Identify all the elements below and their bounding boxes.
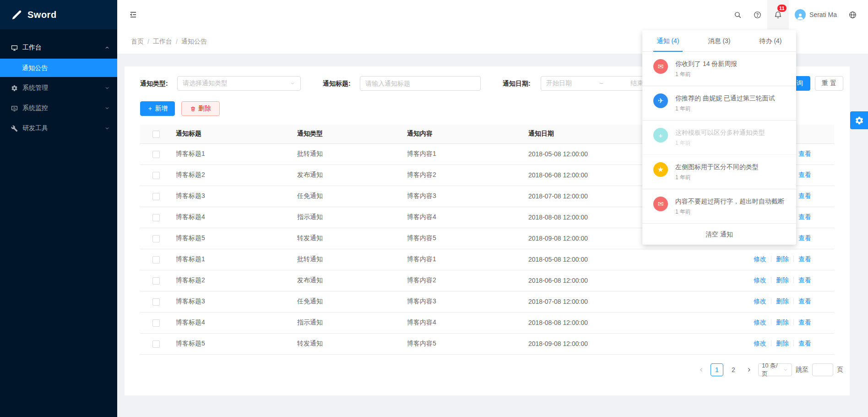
row-view-link[interactable]: 查看 — [798, 255, 811, 263]
row-checkbox[interactable] — [152, 319, 160, 327]
user-menu[interactable]: Serati Ma — [789, 0, 843, 29]
row-delete-link[interactable]: 删除 — [776, 255, 789, 263]
add-button-label: 新增 — [155, 104, 168, 113]
notifications-button[interactable]: 11 — [767, 0, 789, 29]
menu-fold-button[interactable] — [117, 0, 149, 29]
breadcrumb-workbench[interactable]: 工作台 — [153, 38, 172, 46]
tab-todos[interactable]: 待办 (4) — [745, 30, 796, 51]
divider — [793, 319, 794, 325]
row-view-link[interactable]: 查看 — [798, 297, 811, 305]
sidebar-item-system-monitor[interactable]: 系统监控 — [0, 99, 117, 117]
mail-icon: ✉ — [653, 197, 668, 211]
notification-body: 内容不要超过两行字，超出时自动截断 1 年前 — [675, 197, 784, 216]
tab-messages[interactable]: 消息 (3) — [694, 30, 745, 51]
sidebar-item-notice[interactable]: 通知公告 — [0, 59, 117, 77]
jump-page-input[interactable] — [812, 363, 833, 376]
column-header-type: 通知类型 — [293, 125, 403, 143]
row-delete-link[interactable]: 删除 — [776, 297, 789, 305]
sidebar-menu: 工作台 通知公告 系统管理 系统监控 研发工具 — [0, 29, 117, 137]
row-view-link[interactable]: 查看 — [798, 318, 811, 326]
notification-item[interactable]: ✉ 内容不要超过两行字，超出时自动截断 1 年前 — [642, 189, 796, 224]
delete-button[interactable]: 删除 — [181, 101, 220, 116]
row-checkbox[interactable] — [152, 151, 160, 158]
row-checkbox[interactable] — [152, 298, 160, 306]
cell-date: 2018-06-08 12:00:00 — [525, 165, 653, 186]
sidebar-item-workbench[interactable]: 工作台 — [0, 38, 117, 57]
row-view-link[interactable]: 查看 — [798, 213, 811, 220]
row-checkbox[interactable] — [152, 235, 160, 242]
plus-icon: + — [653, 128, 668, 143]
search-button[interactable] — [728, 0, 748, 29]
cell-title: 博客标题3 — [172, 186, 293, 207]
sidebar-item-label: 研发工具 — [22, 124, 48, 132]
row-delete-link[interactable]: 删除 — [776, 276, 789, 284]
clear-notifications-button[interactable]: 清空 通知 — [642, 224, 796, 245]
page-size-value: 10 条/页 — [762, 362, 783, 378]
row-edit-link[interactable]: 修改 — [754, 318, 766, 326]
chevron-up-icon — [104, 45, 110, 50]
header-actions: 11 Serati Ma — [728, 0, 868, 29]
notification-time: 1 年前 — [675, 208, 784, 216]
cell-content: 博客内容1 — [403, 249, 525, 270]
cell-title: 博客标题3 — [172, 291, 293, 312]
notification-title: 这种模板可以区分多种通知类型 — [675, 128, 765, 137]
row-delete-link[interactable]: 删除 — [776, 318, 789, 326]
row-edit-link[interactable]: 修改 — [754, 255, 766, 263]
notification-item[interactable]: + 这种模板可以区分多种通知类型 1 年前 — [642, 121, 796, 155]
row-checkbox[interactable] — [152, 256, 160, 263]
row-view-link[interactable]: 查看 — [798, 234, 811, 241]
icon-glyph: ★ — [657, 165, 663, 174]
row-delete-link[interactable]: 删除 — [776, 340, 789, 347]
notification-item[interactable]: ★ 左侧图标用于区分不同的类型 1 年前 — [642, 155, 796, 189]
row-view-link[interactable]: 查看 — [798, 150, 811, 157]
icon-glyph: ✈ — [658, 97, 664, 105]
row-checkbox[interactable] — [152, 277, 160, 285]
language-button[interactable] — [843, 0, 863, 29]
tab-notifications[interactable]: 通知 (4) — [642, 30, 694, 51]
app-logo[interactable]: Sword — [0, 0, 117, 29]
row-view-link[interactable]: 查看 — [798, 171, 811, 178]
page-size-select[interactable]: 10 条/页 — [758, 363, 792, 376]
column-header-date: 通知日期 — [525, 125, 653, 143]
select-all-checkbox[interactable] — [152, 131, 160, 138]
page-2-button[interactable]: 2 — [727, 363, 740, 376]
row-edit-link[interactable]: 修改 — [754, 340, 766, 347]
chevron-down-icon — [104, 105, 110, 111]
row-edit-link[interactable]: 修改 — [754, 297, 766, 305]
add-button[interactable]: 新增 — [140, 101, 175, 116]
date-separator: ~ — [599, 80, 603, 87]
notification-body: 你推荐的 曲妮妮 已通过第三轮面试 1 年前 — [675, 93, 775, 113]
settings-fab-button[interactable] — [850, 111, 868, 129]
row-view-link[interactable]: 查看 — [798, 340, 811, 347]
row-checkbox[interactable] — [152, 340, 160, 348]
help-button[interactable] — [748, 0, 767, 29]
sidebar-item-label: 系统管理 — [22, 84, 48, 92]
row-checkbox[interactable] — [152, 214, 160, 221]
sidebar-item-system-management[interactable]: 系统管理 — [0, 79, 117, 97]
reset-button[interactable]: 重 置 — [815, 76, 843, 91]
next-page-button[interactable] — [743, 363, 754, 376]
row-checkbox[interactable] — [152, 193, 160, 200]
notification-item[interactable]: ✈ 你推荐的 曲妮妮 已通过第三轮面试 1 年前 — [642, 86, 796, 121]
breadcrumb-current: 通知公告 — [181, 38, 207, 46]
sidebar-subitem-label: 通知公告 — [22, 64, 48, 71]
prev-page-button[interactable] — [696, 363, 707, 376]
row-view-link[interactable]: 查看 — [798, 276, 811, 284]
notification-item[interactable]: ✉ 你收到了 14 份新周报 1 年前 — [642, 52, 796, 86]
column-header-content: 通知内容 — [403, 125, 525, 143]
divider — [771, 256, 771, 262]
row-checkbox[interactable] — [152, 172, 160, 179]
row-view-link[interactable]: 查看 — [798, 192, 811, 199]
notification-title: 你推荐的 曲妮妮 已通过第三轮面试 — [675, 93, 775, 103]
notice-type-select[interactable]: 请选择通知类型 — [177, 76, 301, 91]
breadcrumb-home[interactable]: 首页 — [131, 38, 144, 46]
cell-type: 发布通知 — [293, 165, 403, 186]
sidebar-item-dev-tools[interactable]: 研发工具 — [0, 119, 117, 137]
cell-content: 博客内容3 — [403, 186, 525, 207]
notice-title-input[interactable] — [360, 76, 481, 91]
page-1-button[interactable]: 1 — [711, 363, 723, 376]
notification-body: 这种模板可以区分多种通知类型 1 年前 — [675, 128, 765, 147]
row-edit-link[interactable]: 修改 — [754, 276, 766, 284]
divider — [771, 277, 771, 283]
jump-suffix: 页 — [837, 366, 843, 374]
